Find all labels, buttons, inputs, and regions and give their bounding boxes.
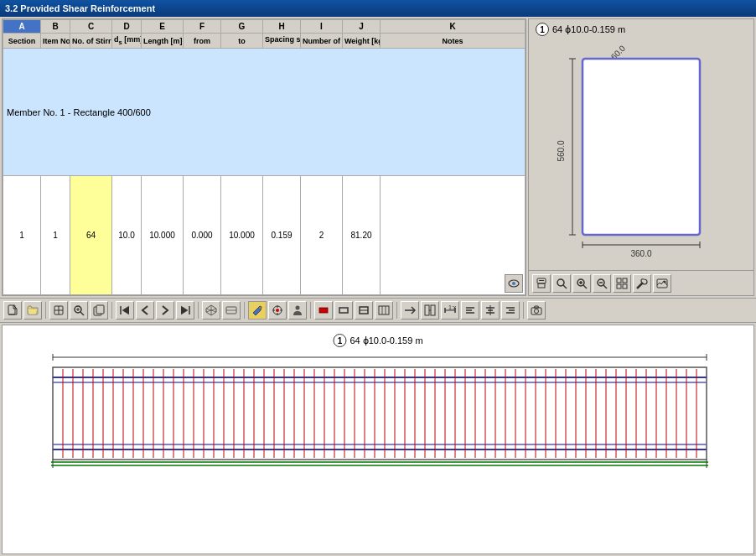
prev-button[interactable] [136,301,154,320]
3d-icon [205,304,217,316]
align-left-icon [464,304,476,316]
svg-rect-63 [425,305,429,315]
svg-rect-11 [539,280,544,281]
rect-section-icon [358,304,370,316]
svg-rect-56 [339,308,348,313]
frame-button[interactable] [421,301,439,320]
elev-circle-number: 1 [333,334,346,347]
svg-line-13 [563,285,567,288]
cs-grid-button[interactable] [613,274,631,293]
col-header-b: B [41,20,70,34]
table-row: 1 1 64 10.0 10.000 0.000 10.000 0.159 2 … [3,176,526,295]
new-button[interactable] [3,301,22,320]
svg-rect-55 [319,308,328,313]
align-right-button[interactable] [501,301,520,320]
folder-icon [27,304,39,316]
svg-rect-10 [538,283,545,288]
col-header-a: A [3,20,41,34]
zoom-window-icon [73,304,85,316]
cs-zoom-plus-button[interactable] [572,274,591,293]
cs-print-button[interactable] [532,274,551,293]
scale-x-button[interactable]: 1:x [441,301,459,320]
col-header-e: E [142,20,184,34]
last-button[interactable] [176,301,194,320]
svg-rect-64 [431,305,435,315]
svg-line-15 [583,285,587,288]
copy-button[interactable] [90,301,108,320]
col-header-c: C [70,20,112,34]
toolbar-sep-1 [45,302,46,319]
copy-icon [93,304,105,316]
cs-search-button[interactable] [552,274,571,293]
multi-section-icon [378,304,390,316]
cell-numsections: 2 [301,176,343,295]
person-button[interactable] [288,301,307,320]
data-table-container: A B C D E F G H I J K Section [2,18,526,296]
toolbar-sep-3 [198,302,199,319]
svg-text:1:x: 1:x [448,304,456,310]
rect-outline-button[interactable] [334,301,353,320]
col-label-stirrups: No. of Stirrups [70,34,112,49]
zoom-fit-icon [53,304,65,316]
cell-from: 0.000 [184,176,221,295]
toolbar-sep-5 [310,302,311,319]
cell-to: 10.000 [221,176,263,295]
target-button[interactable] [268,301,287,320]
print-icon [536,278,547,289]
member-row: Member No. 1 - Rectangle 400/600 [3,49,526,176]
cell-spacing: 0.159 [263,176,301,295]
export-icon [656,278,668,289]
align-center-button[interactable] [481,301,500,320]
col-label-ds: ds [mm] [112,34,142,49]
svg-rect-21 [617,278,621,283]
zoom-fit-button[interactable] [49,301,68,320]
rect-fill-icon [318,304,329,316]
3d-button[interactable] [202,301,220,320]
wrench-icon [636,278,648,289]
svg-rect-23 [617,284,621,288]
multi-section-button[interactable] [375,301,393,320]
col-label-notes: Notes [381,34,526,49]
cs-zoom-minus-button[interactable] [593,274,611,293]
cross-section-panel: 1 64 ϕ10.0-0.159 m 60.0 560.0 [528,18,754,296]
cell-stirrups: 64 [70,176,112,295]
cs-settings-button[interactable] [633,274,651,293]
zoom-window-button[interactable] [70,301,88,320]
align-left-button[interactable] [461,301,479,320]
col-label-numsections: Number of Sections [301,34,343,49]
next-button[interactable] [156,301,174,320]
camera-button[interactable] [527,301,546,320]
rect-section-button[interactable] [355,301,373,320]
toolbar-sep-4 [244,302,245,319]
edit-button[interactable] [248,301,267,320]
view2d-button[interactable] [222,301,241,320]
toolbar-sep-2 [111,302,112,319]
col-header-d: D [112,20,142,34]
cell-weight: 81.20 [343,176,381,295]
col-label-length: Length [m] [142,34,184,49]
rect-fill-button[interactable] [314,301,333,320]
target-icon [272,304,283,316]
elev-label: 64 ϕ10.0-0.159 m [350,335,422,346]
cross-section-header: 1 64 ϕ10.0-0.159 m [529,19,753,39]
align-right-icon [505,304,516,316]
prev-icon [139,304,151,316]
cell-length: 10.000 [142,176,184,295]
cs-circle-number: 1 [536,23,549,36]
shear-reinforcement-table: A B C D E F G H I J K Section [3,19,526,295]
scale-x-icon: 1:x [444,304,456,316]
member-label: Member No. 1 - Rectangle 400/600 [3,49,526,176]
next-icon [159,304,171,316]
col-header-g: G [221,20,263,34]
open-button[interactable] [23,301,42,320]
svg-point-49 [276,309,279,312]
elevation-label: 1 64 ϕ10.0-0.159 m [333,334,422,347]
toggle-view-button[interactable] [505,274,523,293]
cs-export-button[interactable] [653,274,671,293]
arrow-button[interactable] [401,301,419,320]
first-button[interactable] [116,301,134,320]
svg-point-81 [535,309,539,314]
cell-notes [381,176,526,295]
col-label-weight: Weight [kg] [343,34,381,49]
col-header-h: H [263,20,301,34]
